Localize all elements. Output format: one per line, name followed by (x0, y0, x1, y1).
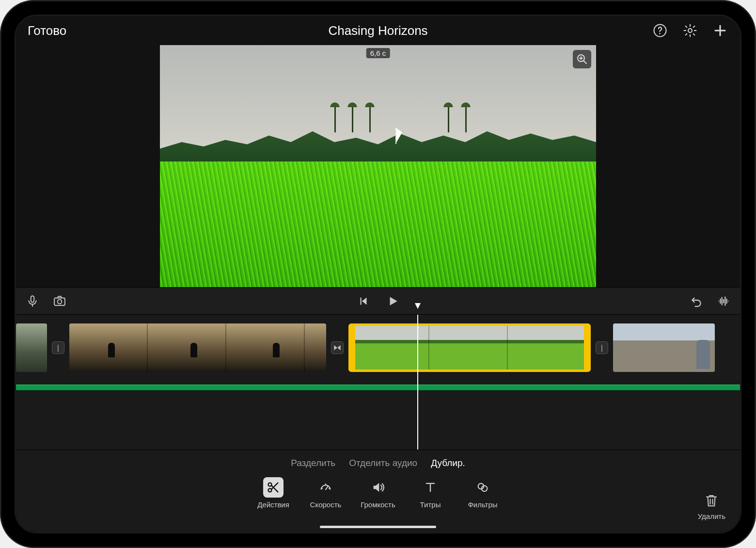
clip-4[interactable] (613, 323, 715, 372)
transport-bar (16, 288, 740, 315)
svg-point-6 (58, 299, 62, 304)
waveform-icon[interactable] (716, 293, 731, 309)
duplicate-action[interactable]: Дублир. (431, 458, 465, 468)
magnifier-plus-icon[interactable] (573, 50, 591, 68)
undo-icon[interactable] (689, 293, 704, 309)
tool-label: Скорость (310, 500, 342, 509)
gear-icon[interactable] (682, 22, 698, 39)
clip-1[interactable] (16, 323, 47, 372)
preview-viewer: 6,6 c (16, 45, 740, 288)
inspector-panel: Разделить Отделить аудио Дублир. Действи… (16, 450, 740, 532)
split-action[interactable]: Разделить (291, 458, 335, 468)
home-indicator[interactable] (320, 526, 436, 528)
svg-point-2 (688, 29, 692, 32)
skip-back-icon[interactable] (356, 293, 371, 309)
timecode-badge: 6,6 c (366, 48, 390, 58)
camera-icon[interactable] (52, 293, 67, 309)
microphone-icon[interactable] (25, 293, 40, 309)
clip-3-selected[interactable] (348, 323, 591, 372)
project-title: Chasing Horizons (328, 23, 427, 38)
speaker-icon (368, 477, 388, 498)
tool-speed[interactable]: Скорость (308, 477, 343, 509)
tool-label: Действия (257, 500, 289, 509)
svg-point-1 (659, 33, 661, 34)
circles-icon (472, 477, 493, 498)
detach-audio-action[interactable]: Отделить аудио (349, 458, 417, 468)
tool-actions[interactable]: Действия (256, 477, 291, 509)
video-track[interactable]: ❘ ❘ (16, 323, 740, 372)
tool-titles[interactable]: Титры (413, 477, 448, 509)
speedometer-icon (315, 477, 336, 498)
flag-decoration (395, 128, 402, 144)
transition-marker[interactable]: ❘ (596, 341, 608, 354)
clip-2[interactable] (69, 323, 326, 372)
delete-button[interactable]: Удалить (698, 492, 725, 520)
transition-crossfade-icon[interactable] (331, 341, 344, 354)
clip-actions-row: Разделить Отделить аудио Дублир. (291, 458, 465, 468)
tool-label: Титры (420, 500, 441, 509)
plus-icon[interactable] (712, 22, 728, 39)
top-bar: Готово Chasing Horizons (16, 16, 740, 45)
tool-filters[interactable]: Фильтры (465, 477, 500, 509)
text-icon (420, 477, 441, 498)
delete-label: Удалить (698, 512, 725, 520)
audio-track[interactable] (16, 385, 740, 390)
timeline[interactable]: ❘ ❘ (16, 315, 740, 450)
help-icon[interactable] (652, 22, 668, 39)
done-button[interactable]: Готово (28, 23, 66, 38)
tool-label: Громкость (361, 500, 395, 509)
play-icon[interactable] (385, 293, 400, 309)
trash-icon (704, 492, 719, 510)
scissors-icon (263, 477, 284, 498)
svg-rect-4 (31, 296, 34, 302)
playhead[interactable] (417, 315, 418, 450)
tool-volume[interactable]: Громкость (361, 477, 395, 509)
tools-row: Действия Скорость Громкость (256, 477, 500, 509)
transition-marker[interactable]: ❘ (52, 341, 64, 354)
preview-frame[interactable]: 6,6 c (160, 45, 596, 287)
tool-label: Фильтры (468, 500, 497, 509)
